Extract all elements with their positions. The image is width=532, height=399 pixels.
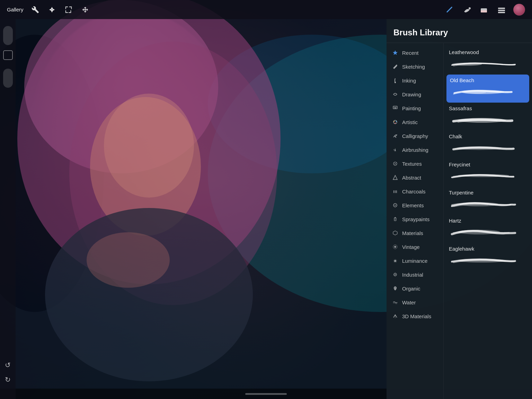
category-item-textures[interactable]: Textures	[387, 157, 443, 171]
category-icon-textures	[392, 160, 399, 167]
undo-redo-area: ↺ ↻	[0, 359, 16, 385]
topbar-right	[444, 4, 525, 16]
category-label-calligraphy: Calligraphy	[402, 133, 428, 139]
brush-library-title: Brush Library	[393, 28, 525, 37]
brush-library-panel: Brush Library RecentSketchingInkingDrawi…	[387, 19, 532, 399]
category-item-artistic[interactable]: Artistic	[387, 115, 443, 129]
category-item-calligraphy[interactable]: Calligraphy	[387, 129, 443, 143]
brush-item-hartz[interactable]: Hartz	[444, 215, 532, 243]
category-item-abstract[interactable]: Abstract	[387, 171, 443, 184]
category-item-sketching[interactable]: Sketching	[387, 60, 443, 73]
category-icon-vintage	[392, 243, 399, 250]
svg-point-19	[394, 82, 396, 83]
category-icon-sketching	[392, 63, 399, 70]
brush-stroke-old_beach	[450, 85, 519, 100]
category-icon-luminance	[392, 257, 399, 264]
category-icon-recent	[392, 49, 399, 56]
redo-button[interactable]: ↻	[2, 374, 14, 385]
svg-point-8	[104, 94, 194, 198]
undo-button[interactable]: ↺	[2, 359, 14, 371]
category-icon-artistic	[392, 119, 399, 125]
svg-rect-14	[481, 10, 487, 12]
pen-tool-button[interactable]	[444, 4, 455, 15]
adjustments-button[interactable]	[47, 5, 57, 15]
size-slider[interactable]	[3, 69, 13, 88]
category-item-vintage[interactable]: Vintage	[387, 240, 443, 254]
category-icon-airbrushing	[392, 146, 399, 153]
brush-item-leatherwood[interactable]: Leatherwood	[444, 46, 532, 75]
brush-item-turpentine[interactable]: Turpentine	[444, 187, 532, 215]
home-indicator	[245, 393, 287, 395]
brush-stroke-hartz	[449, 226, 518, 240]
category-item-3d_materials[interactable]: 3D Materials	[387, 309, 443, 323]
avatar[interactable]	[513, 4, 525, 16]
category-label-drawing: Drawing	[402, 92, 421, 97]
brush-library-header: Brush Library	[387, 19, 532, 43]
smudge-tool-icon	[462, 5, 472, 15]
category-icon-3d_materials	[392, 313, 399, 320]
svg-point-22	[394, 121, 395, 122]
category-label-vintage: Vintage	[402, 244, 420, 250]
category-label-elements: Elements	[402, 202, 424, 208]
category-item-airbrushing[interactable]: Airbrushing	[387, 143, 443, 157]
eraser-tool-icon	[479, 5, 489, 15]
category-icon-charcoals	[392, 188, 399, 195]
category-icon-drawing	[392, 91, 399, 98]
brush-name-leatherwood: Leatherwood	[449, 49, 527, 55]
move-button[interactable]	[80, 5, 90, 15]
category-icon-organic	[392, 285, 399, 292]
category-icon-elements	[392, 202, 399, 209]
category-item-recent[interactable]: Recent	[387, 46, 443, 60]
category-item-materials[interactable]: Materials	[387, 226, 443, 240]
svg-point-42	[452, 63, 482, 66]
brush-item-chalk[interactable]: Chalk	[444, 131, 532, 159]
brush-list: Leatherwood Old Beach Sassafras Chalk Fr…	[444, 43, 532, 399]
category-label-abstract: Abstract	[402, 175, 421, 181]
category-label-3d_materials: 3D Materials	[402, 313, 431, 319]
eraser-tool-button[interactable]	[479, 4, 490, 15]
svg-rect-35	[395, 217, 396, 218]
layers-icon	[497, 5, 506, 15]
gallery-button[interactable]: Gallery	[7, 7, 24, 12]
layers-button[interactable]	[496, 4, 507, 15]
svg-rect-32	[396, 190, 397, 193]
gallery-label: Gallery	[7, 7, 24, 12]
category-item-water[interactable]: Water	[387, 295, 443, 309]
category-item-painting[interactable]: Painting	[387, 101, 443, 115]
svg-rect-30	[393, 190, 394, 193]
category-item-spraypaints[interactable]: Spraypaints	[387, 212, 443, 226]
category-label-organic: Organic	[402, 286, 420, 292]
category-item-luminance[interactable]: Luminance	[387, 254, 443, 268]
category-item-charcoals[interactable]: Charcoals	[387, 184, 443, 198]
brush-item-freycinet[interactable]: Freycinet	[444, 159, 532, 187]
brush-name-chalk: Chalk	[449, 133, 527, 139]
category-item-industrial[interactable]: Industrial	[387, 268, 443, 281]
svg-rect-31	[395, 190, 396, 193]
category-item-elements[interactable]: Elements	[387, 198, 443, 212]
brush-item-eaglehawk[interactable]: Eaglehawk	[444, 243, 532, 271]
smudge-tool-button[interactable]	[461, 4, 472, 15]
brush-library-content: RecentSketchingInkingDrawingPaintingArti…	[387, 43, 532, 399]
opacity-slider[interactable]	[3, 26, 13, 45]
color-square[interactable]	[3, 50, 13, 60]
svg-marker-36	[393, 231, 397, 235]
transform-button[interactable]	[64, 5, 73, 15]
brush-item-old_beach[interactable]: Old Beach	[446, 75, 529, 103]
svg-marker-25	[394, 148, 396, 151]
wrench-button[interactable]	[30, 5, 40, 15]
category-label-textures: Textures	[402, 161, 422, 167]
category-icon-industrial	[392, 271, 399, 278]
adjustments-icon	[48, 6, 56, 14]
svg-point-9	[45, 208, 253, 381]
brush-name-sassafras: Sassafras	[449, 105, 527, 111]
brush-stroke-turpentine	[449, 198, 518, 212]
svg-point-24	[395, 123, 396, 124]
pen-tool-icon	[444, 4, 455, 15]
category-item-organic[interactable]: Organic	[387, 281, 443, 295]
svg-point-23	[396, 121, 397, 122]
svg-rect-34	[394, 218, 396, 221]
category-item-drawing[interactable]: Drawing	[387, 87, 443, 101]
svg-point-49	[458, 229, 500, 234]
brush-item-sassafras[interactable]: Sassafras	[444, 103, 532, 131]
category-item-inking[interactable]: Inking	[387, 73, 443, 87]
